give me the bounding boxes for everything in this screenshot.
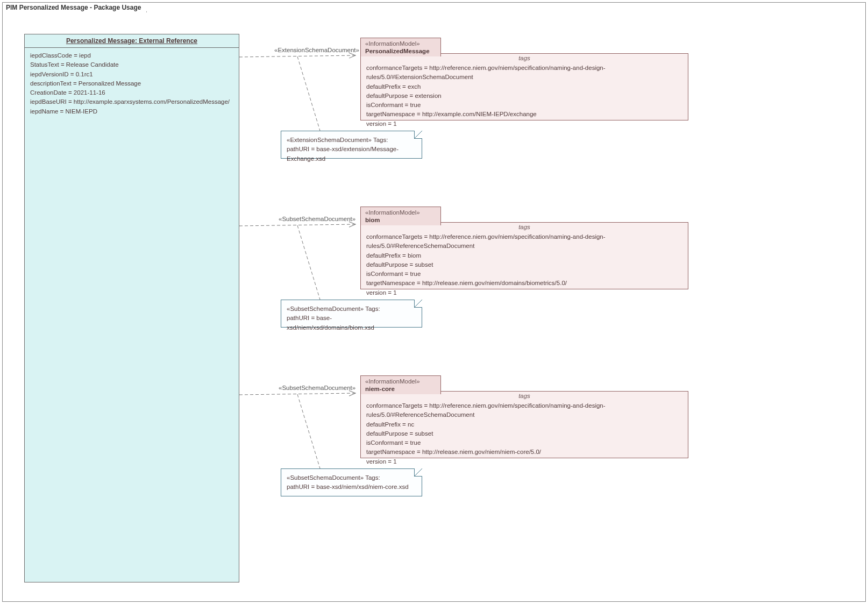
- package-tab: «InformationModel» biom: [360, 207, 441, 225]
- note-line: pathURI = base-xsd/extension/Message-Exc…: [287, 145, 416, 164]
- package-niem-core[interactable]: «InformationModel» niem-core tags confor…: [360, 391, 688, 458]
- svg-line-4: [239, 393, 355, 395]
- package-tag: isConformant = true: [366, 101, 682, 110]
- external-reference-body: iepdClassCode = iepd StatusText = Releas…: [25, 48, 239, 119]
- package-name: niem-core: [365, 385, 436, 393]
- package-tab: «InformationModel» niem-core: [360, 375, 441, 394]
- note-title: «SubsetSchemaDocument» Tags:: [287, 473, 416, 482]
- ext-prop: iepdName = NIEM-IEPD: [30, 107, 233, 116]
- package-tag: targetNamespace = http://release.niem.go…: [366, 447, 682, 457]
- ext-prop: iepdVersionID = 0.1rc1: [30, 70, 233, 79]
- package-tab: «InformationModel» PersonalizedMessage: [360, 38, 441, 56]
- ext-prop: StatusText = Release Candidate: [30, 60, 233, 69]
- ext-prop: iepdBaseURI = http://example.sparxsystem…: [30, 97, 233, 106]
- package-tag: conformanceTargets = http://reference.ni…: [366, 232, 682, 251]
- package-tag: version = 1: [366, 457, 682, 466]
- package-tag: isConformant = true: [366, 438, 682, 447]
- connector-label: «ExtensionSchemaDocument»: [274, 47, 359, 53]
- package-name: PersonalizedMessage: [365, 47, 436, 55]
- connector-label: «SubsetSchemaDocument»: [279, 216, 355, 222]
- ext-prop: iepdClassCode = iepd: [30, 51, 233, 60]
- package-tag: defaultPurpose = extension: [366, 91, 682, 101]
- diagram-frame: PIM Personalized Message - Package Usage…: [2, 2, 866, 602]
- package-tag: version = 1: [366, 288, 682, 297]
- package-biom[interactable]: «InformationModel» biom tags conformance…: [360, 222, 688, 289]
- package-tag: targetNamespace = http://example.com/NIE…: [366, 110, 682, 119]
- package-personalized-message[interactable]: «InformationModel» PersonalizedMessage t…: [360, 53, 688, 120]
- package-tag: defaultPrefix = exch: [366, 82, 682, 91]
- package-body: conformanceTargets = http://reference.ni…: [361, 231, 688, 302]
- note-title: «SubsetSchemaDocument» Tags:: [287, 304, 416, 314]
- package-body: conformanceTargets = http://reference.ni…: [361, 400, 688, 471]
- package-stereotype: «InformationModel»: [365, 209, 436, 216]
- note-line: pathURI = base-xsd/niem/xsd/domains/biom…: [287, 314, 416, 332]
- diagram-title-text: PIM Personalized Message - Package Usage: [6, 4, 141, 11]
- svg-line-2: [239, 224, 355, 226]
- package-name: biom: [365, 216, 436, 224]
- svg-line-5: [297, 394, 320, 468]
- package-tag: defaultPrefix = nc: [366, 420, 682, 429]
- package-tag: conformanceTargets = http://reference.ni…: [366, 401, 682, 420]
- diagram-canvas: Personalized Message: External Reference…: [3, 12, 865, 601]
- connector-label: «SubsetSchemaDocument»: [279, 385, 355, 391]
- package-tag: defaultPrefix = biom: [366, 251, 682, 260]
- svg-line-3: [297, 225, 320, 300]
- package-stereotype: «InformationModel»: [365, 378, 436, 385]
- ext-prop: descriptionText = Personalized Message: [30, 79, 233, 88]
- package-tag: targetNamespace = http://release.niem.go…: [366, 279, 682, 288]
- package-body: conformanceTargets = http://reference.ni…: [361, 62, 688, 133]
- package-tag: version = 1: [366, 119, 682, 129]
- svg-line-1: [297, 56, 320, 131]
- note-subset-biom-tags[interactable]: «SubsetSchemaDocument» Tags: pathURI = b…: [281, 300, 422, 328]
- note-subset-niemcore-tags[interactable]: «SubsetSchemaDocument» Tags: pathURI = b…: [281, 468, 422, 496]
- package-tag: defaultPurpose = subset: [366, 429, 682, 438]
- package-tag: isConformant = true: [366, 269, 682, 279]
- package-tag: conformanceTargets = http://reference.ni…: [366, 63, 682, 82]
- ext-prop: CreationDate = 2021-11-16: [30, 88, 233, 97]
- note-extension-tags[interactable]: «ExtensionSchemaDocument» Tags: pathURI …: [281, 131, 422, 159]
- package-tag: defaultPurpose = subset: [366, 260, 682, 269]
- package-stereotype: «InformationModel»: [365, 40, 436, 47]
- diagram-title: PIM Personalized Message - Package Usage: [2, 2, 147, 12]
- note-line: pathURI = base-xsd/niem/xsd/niem-core.xs…: [287, 482, 416, 492]
- external-reference-box[interactable]: Personalized Message: External Reference…: [24, 34, 239, 582]
- external-reference-header: Personalized Message: External Reference: [25, 34, 239, 48]
- note-title: «ExtensionSchemaDocument» Tags:: [287, 136, 416, 145]
- svg-line-0: [239, 55, 355, 57]
